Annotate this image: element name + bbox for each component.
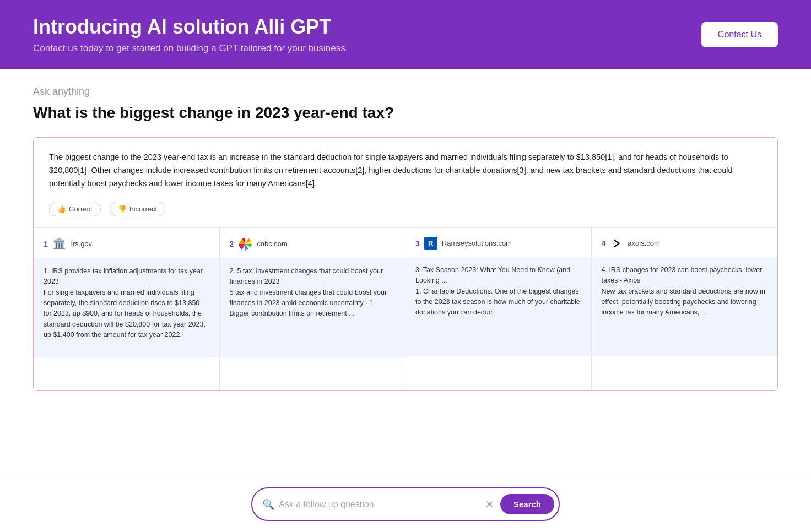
source-domain-4: axois.com: [628, 239, 660, 247]
banner-text: Introducing AI solution Alli GPT Contact…: [33, 15, 348, 54]
source-header-2: 2 cnbc.com: [220, 228, 406, 258]
feedback-row: 👍 Correct 👎 Incorrect: [49, 202, 762, 216]
clear-button[interactable]: ✕: [483, 498, 496, 511]
irs-icon: 🏛️: [52, 237, 67, 251]
answer-text: The biggest change to the 2023 year-end …: [49, 151, 762, 191]
thumbs-up-icon: 👍: [57, 205, 66, 213]
source-number-3: 3: [415, 239, 420, 248]
source-card-3: 3 R Ramseysolutions.com 3. Tax Season 20…: [406, 228, 592, 390]
source-card-4: 4 axois.com 4. IRS changes for 2023 can …: [592, 228, 778, 390]
answer-box: The biggest change to the 2023 year-end …: [33, 137, 778, 391]
source-body-4: 4. IRS changes for 2023 can boost payche…: [592, 257, 778, 356]
search-icon: 🔍: [262, 498, 274, 511]
axios-icon: [610, 237, 623, 250]
banner-subtitle: Contact us today to get started on build…: [33, 43, 348, 54]
source-card-2: 2 cnbc.com: [220, 228, 406, 390]
source-footer-1: [34, 357, 219, 390]
search-input[interactable]: [279, 500, 479, 509]
sources-grid: 1 🏛️ irs.gov 1. IRS provides tax inflati…: [34, 227, 777, 390]
search-bar: 🔍 ✕ Search: [251, 487, 560, 521]
source-body-2: 2. 5 tax, investment changes that could …: [220, 258, 406, 357]
contact-us-button[interactable]: Contact Us: [701, 22, 778, 47]
banner-title: Introducing AI solution Alli GPT: [33, 15, 348, 39]
search-bar-container: 🔍 ✕ Search: [0, 476, 811, 532]
source-footer-2: [220, 357, 406, 390]
source-card-1: 1 🏛️ irs.gov 1. IRS provides tax inflati…: [34, 228, 220, 390]
source-number-4: 4: [602, 239, 606, 248]
incorrect-button[interactable]: 👎 Incorrect: [110, 202, 166, 216]
main-content: Ask anything What is the biggest change …: [0, 69, 811, 532]
source-body-1: 1. IRS provides tax inflation adjustment…: [34, 258, 219, 357]
source-footer-4: [592, 356, 778, 389]
source-header-4: 4 axois.com: [592, 228, 778, 257]
source-header-1: 1 🏛️ irs.gov: [34, 228, 219, 258]
source-domain-2: cnbc.com: [257, 240, 288, 248]
source-domain-3: Ramseysolutions.com: [442, 239, 512, 247]
thumbs-down-icon: 👎: [118, 205, 127, 213]
nbc-icon: [238, 237, 252, 251]
source-header-3: 3 R Ramseysolutions.com: [406, 228, 591, 257]
correct-button[interactable]: 👍 Correct: [49, 202, 101, 216]
incorrect-label: Incorrect: [129, 205, 158, 213]
source-number-1: 1: [44, 240, 48, 248]
source-body-3: 3. Tax Season 2023: What You Need to Kno…: [406, 257, 591, 356]
source-number-2: 2: [230, 240, 234, 248]
banner: Introducing AI solution Alli GPT Contact…: [0, 0, 811, 69]
search-submit-button[interactable]: Search: [500, 494, 554, 514]
source-domain-1: irs.gov: [71, 240, 92, 248]
question-title: What is the biggest change in 2023 year-…: [33, 104, 778, 122]
ask-anything-label: Ask anything: [33, 86, 778, 97]
source-footer-3: [406, 356, 591, 389]
ramsey-icon: R: [424, 237, 437, 250]
correct-label: Correct: [69, 205, 93, 213]
